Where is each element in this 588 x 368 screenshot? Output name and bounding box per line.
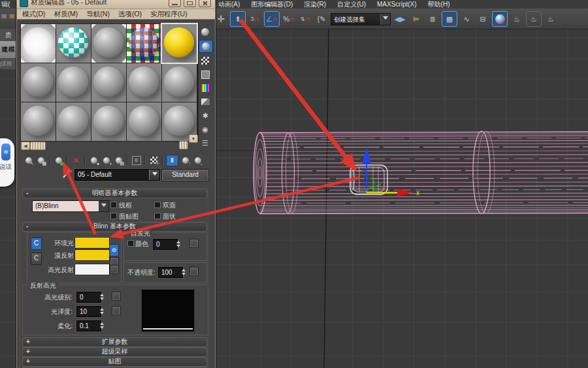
select-by-material-icon[interactable]: ◉ xyxy=(199,123,212,135)
sample-slot-5-selected[interactable] xyxy=(162,24,197,63)
menu-options[interactable]: 选项(O) xyxy=(118,9,142,19)
put-to-library-icon[interactable]: ▤ xyxy=(113,155,124,166)
diffuse-color-swatch[interactable] xyxy=(74,249,110,261)
minimize-icon[interactable] xyxy=(169,0,181,7)
opacity-value[interactable]: 100 xyxy=(158,267,183,278)
scene-explorer-icon[interactable]: ▦ xyxy=(442,11,457,27)
palette-scroll-drag-right[interactable] xyxy=(179,141,188,149)
sample-slot-14[interactable] xyxy=(127,102,161,141)
menu-rendering[interactable]: 渲染(R) xyxy=(304,0,326,8)
rollout-shader-basic-params[interactable]: - 明暗器基本参数 xyxy=(22,189,207,198)
face-map-checkbox[interactable] xyxy=(110,213,117,219)
faceted-checkbox[interactable] xyxy=(154,213,161,219)
ribbon-tab-modeling[interactable]: 建模 xyxy=(0,41,16,58)
wave-icon[interactable]: ≋ xyxy=(1,12,7,21)
cylinder-wireframe[interactable] xyxy=(253,131,588,214)
specular-level-map-button[interactable] xyxy=(112,292,121,301)
wireframe-checkbox[interactable] xyxy=(110,202,117,208)
background-icon[interactable] xyxy=(199,55,212,67)
render-setup-icon[interactable]: ♨ xyxy=(510,12,524,26)
sample-slot-11[interactable] xyxy=(21,102,56,141)
show-map-in-viewport-icon[interactable]: ⚡ xyxy=(148,155,159,166)
select-and-move-icon[interactable]: ✛ xyxy=(214,12,228,26)
material-type-button[interactable]: Standard xyxy=(161,169,209,181)
lock-icon[interactable]: ⊜ xyxy=(109,244,119,256)
sample-slot-12[interactable] xyxy=(56,102,91,141)
menu-customize[interactable]: 自定义(U) xyxy=(337,0,366,8)
glossiness-map-button[interactable] xyxy=(112,306,121,315)
self-illum-value[interactable]: 0 xyxy=(153,239,178,250)
options-icon[interactable]: ✱ xyxy=(199,110,212,121)
maximize-icon[interactable] xyxy=(184,0,196,7)
menu-material[interactable]: 材质(M) xyxy=(54,9,78,19)
show-end-result-icon[interactable]: ‖ xyxy=(166,155,178,166)
voice-input-bubble[interactable]: ≋ 说话 xyxy=(0,138,14,187)
opacity-map-button[interactable] xyxy=(189,267,199,276)
two-sided-checkbox[interactable] xyxy=(154,202,161,208)
make-preview-icon[interactable] xyxy=(199,96,212,108)
palette-scroll-down-button[interactable]: ▼ xyxy=(189,134,198,143)
menu-help[interactable]: 帮助(H) xyxy=(428,0,450,8)
glossiness-spinner[interactable] xyxy=(99,305,105,316)
menu-fragment[interactable]: 辑( xyxy=(1,0,10,8)
put-material-to-scene-icon[interactable]: ▦ xyxy=(35,155,46,166)
material-name-dropdown[interactable]: 05 - Default xyxy=(74,169,160,181)
rollout-extended-params[interactable]: + 扩展参数 xyxy=(22,337,207,347)
chevron-down-icon[interactable] xyxy=(99,201,108,211)
sample-slot-1[interactable] xyxy=(21,24,56,63)
glossiness-value[interactable]: 10 xyxy=(76,306,101,317)
named-selection-sets-icon[interactable]: {✎ xyxy=(314,12,329,26)
video-color-check-icon[interactable] xyxy=(199,82,212,94)
sample-uv-tiling-icon[interactable] xyxy=(199,69,212,80)
sample-slot-3[interactable] xyxy=(91,24,126,63)
schematic-view-icon[interactable]: ⊟ xyxy=(476,12,490,26)
go-forward-to-sibling-icon[interactable]: → xyxy=(192,155,203,166)
keyboard-override-toggle-icon[interactable]: ⬆ xyxy=(230,11,246,27)
make-material-copy-icon[interactable]: ● xyxy=(88,155,99,166)
make-unique-icon[interactable]: ◑ xyxy=(101,155,112,166)
microphone-icon[interactable]: ≋ xyxy=(1,144,10,161)
shader-type-dropdown[interactable]: (B)Blinn xyxy=(32,200,109,212)
align-icon[interactable]: ⊨ xyxy=(409,12,423,26)
menu-graph-editors[interactable]: 图形编辑器(D) xyxy=(251,0,293,8)
snap-toggle-3d-icon[interactable]: 3∩ xyxy=(248,12,262,26)
ambient-color-swatch[interactable] xyxy=(74,237,110,249)
material-map-navigator-icon[interactable]: ☰ xyxy=(199,137,212,149)
rollout-maps[interactable]: + 贴图 xyxy=(22,357,207,367)
material-editor-titlebar[interactable]: 材质编辑器 - 05 - Default xyxy=(17,0,215,9)
gizmo-y-axis[interactable] xyxy=(367,184,381,190)
pick-material-eyedropper-icon[interactable] xyxy=(61,168,72,179)
soften-value[interactable]: 0.1 xyxy=(76,320,101,331)
mirror-icon[interactable]: ◀▶ xyxy=(393,12,407,26)
chevron-down-icon[interactable] xyxy=(149,170,159,180)
close-icon[interactable] xyxy=(199,0,211,7)
backlight-icon[interactable] xyxy=(199,40,213,53)
sample-slot-7[interactable] xyxy=(56,63,91,102)
sample-type-icon[interactable] xyxy=(199,26,212,38)
sample-slot-8[interactable] xyxy=(91,63,126,102)
wave2-icon[interactable]: ≋ xyxy=(8,12,15,21)
soften-spinner[interactable] xyxy=(99,320,105,331)
specular-map-button[interactable] xyxy=(110,265,119,274)
self-illum-color-checkbox[interactable] xyxy=(127,240,134,247)
percent-snap-icon[interactable]: %∩ xyxy=(282,12,296,26)
sample-slot-10[interactable] xyxy=(162,63,197,102)
material-editor-icon[interactable] xyxy=(492,11,508,27)
ribbon-tab-fragment[interactable]: 质 xyxy=(0,31,16,40)
reset-map-icon[interactable]: ✕ xyxy=(71,155,82,166)
menu-maxscript[interactable]: MAXScript(X) xyxy=(377,0,417,8)
menu-modes[interactable]: 模式(D) xyxy=(22,9,46,19)
specular-color-swatch[interactable] xyxy=(74,264,110,275)
menu-animation[interactable]: 动画(A) xyxy=(218,0,240,8)
assign-material-to-selection-icon[interactable]: ▣ xyxy=(53,155,64,166)
sample-slot-9[interactable] xyxy=(127,63,161,102)
sample-slot-2[interactable] xyxy=(56,24,91,63)
menu-utilities[interactable]: 实用程序(U) xyxy=(150,9,188,19)
rendered-frame-window-icon[interactable]: ♨ xyxy=(526,11,542,27)
go-to-parent-icon[interactable]: ↑ xyxy=(180,155,191,166)
palette-scroll-left-button[interactable]: ◀ xyxy=(21,142,30,150)
rollout-supersampling[interactable]: + 超级采样 xyxy=(22,347,207,357)
sample-slot-6[interactable] xyxy=(21,63,56,102)
self-illum-map-button[interactable] xyxy=(189,239,199,248)
selection-set-dropdown[interactable]: 创建选择集 xyxy=(331,13,391,25)
